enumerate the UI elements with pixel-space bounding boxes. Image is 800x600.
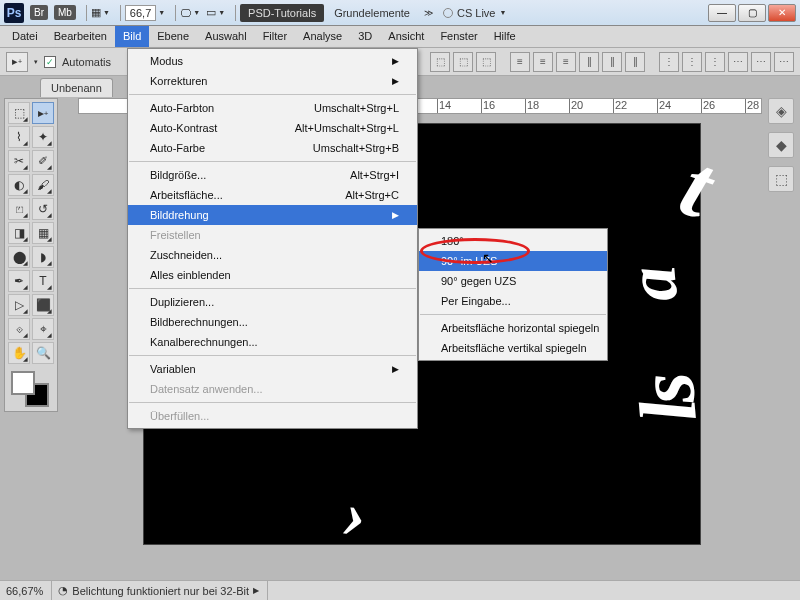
- menuitem-duplizieren-[interactable]: Duplizieren...: [128, 292, 417, 312]
- menuitem-per-eingabe-[interactable]: Per Eingabe...: [419, 291, 607, 311]
- menu-auswahl[interactable]: Auswahl: [197, 26, 255, 47]
- menuitem-korrekturen[interactable]: Korrekturen▶: [128, 71, 417, 91]
- right-panel: ◈ ◆ ⬚: [768, 98, 796, 192]
- menu-hilfe[interactable]: Hilfe: [486, 26, 524, 47]
- toolbox: ⬚◢▸+ ⌇◢✦◢ ✂◢✐◢ ◐◢🖌◢ ⏍◢↺◢ ◨◢▦◢ ⬤◢◗◢ ✒◢T◢ …: [4, 98, 58, 412]
- cslive-button[interactable]: CS Live▼: [443, 7, 506, 19]
- menuitem-arbeitsfl-che-vertikal-spiegeln[interactable]: Arbeitsfläche vertikal spiegeln: [419, 338, 607, 358]
- menuitem-auto-kontrast[interactable]: Auto-KontrastAlt+Umschalt+Strg+L: [128, 118, 417, 138]
- crop-tool[interactable]: ✂◢: [8, 150, 30, 172]
- magic-wand-tool[interactable]: ✦◢: [32, 126, 54, 148]
- 3d-tool[interactable]: ⟐◢: [8, 318, 30, 340]
- layers-panel-icon[interactable]: ◈: [768, 98, 794, 124]
- menuitem-bildberechnungen-[interactable]: Bildberechnungen...: [128, 312, 417, 332]
- styles-panel-icon[interactable]: ⬚: [768, 166, 794, 192]
- menu-fenster[interactable]: Fenster: [432, 26, 485, 47]
- menuitem-arbeitsfl-che-horizontal-spiegeln[interactable]: Arbeitsfläche horizontal spiegeln: [419, 318, 607, 338]
- menuitem-90-im-uzs[interactable]: 90° im UZS: [419, 251, 607, 271]
- blur-tool[interactable]: ⬤◢: [8, 246, 30, 268]
- eraser-tool[interactable]: ◨◢: [8, 222, 30, 244]
- minibridge-button[interactable]: Mb: [54, 5, 76, 20]
- type-tool[interactable]: T◢: [32, 270, 54, 292]
- workspace-tab-psd[interactable]: PSD-Tutorials: [240, 4, 324, 22]
- menu-filter[interactable]: Filter: [255, 26, 295, 47]
- menuitem-kanalberechnungen-[interactable]: Kanalberechnungen...: [128, 332, 417, 352]
- move-tool[interactable]: ▸+: [32, 102, 54, 124]
- lasso-tool[interactable]: ⌇◢: [8, 126, 30, 148]
- menuitem-auto-farbe[interactable]: Auto-FarbeUmschalt+Strg+B: [128, 138, 417, 158]
- align-buttons: ⬚⬚⬚ ≡≡≡ ‖‖‖ ⋮⋮⋮ ⋯⋯⋯: [430, 52, 794, 72]
- menuitem-freistellen: Freistellen: [128, 225, 417, 245]
- bilddrehung-submenu: 180°90° im UZS90° gegen UZSPer Eingabe..…: [418, 228, 608, 361]
- 3d-camera-tool[interactable]: ⌖◢: [32, 318, 54, 340]
- menuitem-bildgr-e-[interactable]: Bildgröße...Alt+Strg+I: [128, 165, 417, 185]
- menu-ebene[interactable]: Ebene: [149, 26, 197, 47]
- titlebar: Ps Br Mb ▦ ▼ 66,7 ▼ 🖵 ▼ ▭ ▼ PSD-Tutorial…: [0, 0, 800, 26]
- menuitem-arbeitsfl-che-[interactable]: Arbeitsfläche...Alt+Strg+C: [128, 185, 417, 205]
- adjustments-panel-icon[interactable]: ◆: [768, 132, 794, 158]
- color-swatches[interactable]: [7, 369, 55, 409]
- layout-dropdown[interactable]: ▦ ▼: [91, 6, 110, 19]
- bild-menu: Modus▶Korrekturen▶Auto-FarbtonUmschalt+S…: [127, 48, 418, 429]
- menu-datei[interactable]: Datei: [4, 26, 46, 47]
- view-extra-dropdown[interactable]: 🖵 ▼: [180, 7, 200, 19]
- screen-mode-dropdown[interactable]: ▭ ▼: [206, 6, 225, 19]
- window-controls: — ▢ ✕: [708, 4, 796, 22]
- menu-analyse[interactable]: Analyse: [295, 26, 350, 47]
- zoom-dropdown[interactable]: 66,7 ▼: [125, 5, 165, 21]
- app-icon: Ps: [4, 3, 24, 23]
- status-zoom[interactable]: 66,67%: [6, 581, 52, 600]
- menuitem-datensatz-anwenden-: Datensatz anwenden...: [128, 379, 417, 399]
- foreground-swatch[interactable]: [11, 371, 35, 395]
- menuitem--berf-llen-: Überfüllen...: [128, 406, 417, 426]
- close-button[interactable]: ✕: [768, 4, 796, 22]
- shape-tool[interactable]: ⬛◢: [32, 294, 54, 316]
- bridge-button[interactable]: Br: [30, 5, 48, 20]
- gradient-tool[interactable]: ▦◢: [32, 222, 54, 244]
- pen-tool[interactable]: ✒◢: [8, 270, 30, 292]
- hand-tool[interactable]: ✋◢: [8, 342, 30, 364]
- statusbar: 66,67% ◔Belichtung funktioniert nur bei …: [0, 580, 800, 600]
- status-msg[interactable]: ◔Belichtung funktioniert nur bei 32-Bit▶: [58, 581, 268, 600]
- menu-ansicht[interactable]: Ansicht: [380, 26, 432, 47]
- menuitem-90-gegen-uzs[interactable]: 90° gegen UZS: [419, 271, 607, 291]
- auto-select-checkbox[interactable]: ✓: [44, 56, 56, 68]
- menu-3d[interactable]: 3D: [350, 26, 380, 47]
- dodge-tool[interactable]: ◗◢: [32, 246, 54, 268]
- menu-bearbeiten[interactable]: Bearbeiten: [46, 26, 115, 47]
- menubar: DateiBearbeitenBildEbeneAuswahlFilterAna…: [0, 26, 800, 48]
- menuitem-bilddrehung[interactable]: Bilddrehung▶: [128, 205, 417, 225]
- menuitem-alles-einblenden[interactable]: Alles einblenden: [128, 265, 417, 285]
- minimize-button[interactable]: —: [708, 4, 736, 22]
- path-select-tool[interactable]: ▷◢: [8, 294, 30, 316]
- move-tool-preset[interactable]: ▸+: [6, 52, 28, 72]
- brush-tool[interactable]: 🖌◢: [32, 174, 54, 196]
- maximize-button[interactable]: ▢: [738, 4, 766, 22]
- menu-bild[interactable]: Bild: [115, 26, 149, 47]
- marquee-tool[interactable]: ⬚◢: [8, 102, 30, 124]
- auto-select-label: Automatis: [62, 56, 111, 68]
- workspace-tab-grund[interactable]: Grundelemente: [328, 4, 416, 22]
- document-tab[interactable]: Unbenann: [40, 78, 113, 97]
- history-brush-tool[interactable]: ↺◢: [32, 198, 54, 220]
- menuitem-180-[interactable]: 180°: [419, 231, 607, 251]
- zoom-tool[interactable]: 🔍: [32, 342, 54, 364]
- menuitem-auto-farbton[interactable]: Auto-FarbtonUmschalt+Strg+L: [128, 98, 417, 118]
- menuitem-modus[interactable]: Modus▶: [128, 51, 417, 71]
- eyedropper-tool[interactable]: ✐◢: [32, 150, 54, 172]
- heal-tool[interactable]: ◐◢: [8, 174, 30, 196]
- stamp-tool[interactable]: ⏍◢: [8, 198, 30, 220]
- workspace-more-icon[interactable]: ≫: [424, 8, 433, 18]
- menuitem-variablen[interactable]: Variablen▶: [128, 359, 417, 379]
- menuitem-zuschneiden-[interactable]: Zuschneiden...: [128, 245, 417, 265]
